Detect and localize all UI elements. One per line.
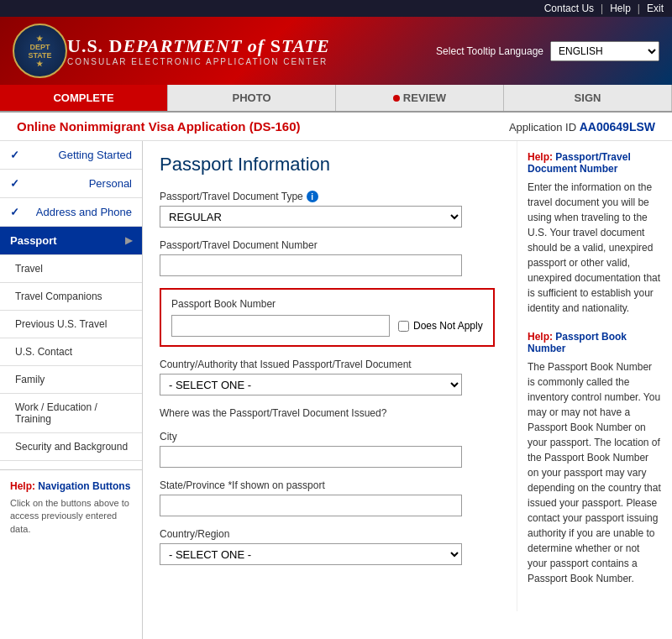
tab-photo[interactable]: PHOTO bbox=[168, 85, 336, 111]
issued-where-group: Where was the Passport/Travel Document I… bbox=[160, 407, 500, 419]
doc-number-group: Passport/Travel Document Number bbox=[160, 239, 500, 276]
review-dot bbox=[393, 95, 400, 102]
does-not-apply-checkbox[interactable] bbox=[398, 321, 409, 332]
top-bar: Contact Us | Help | Exit bbox=[0, 0, 672, 17]
state-group: State/Province *If shown on passport bbox=[160, 479, 500, 516]
sidebar-item-getting-started[interactable]: Getting Started bbox=[0, 141, 142, 170]
app-title: Online Nonimmigrant Visa Application (DS… bbox=[17, 119, 301, 134]
sidebar-item-passport[interactable]: Passport ▶ bbox=[0, 227, 142, 255]
country-select[interactable]: - SELECT ONE - bbox=[160, 543, 462, 565]
tooltip-language-select[interactable]: ENGLISH SPANISH FRENCH bbox=[550, 41, 659, 61]
city-input[interactable] bbox=[160, 446, 462, 468]
sidebar-help-title: Help: Navigation Buttons bbox=[10, 480, 132, 492]
doc-type-info-icon[interactable]: i bbox=[307, 191, 318, 202]
issuing-country-label: Country/Authority that Issued Passport/T… bbox=[160, 359, 500, 370]
does-not-apply-row: Does Not Apply bbox=[398, 320, 483, 332]
contact-us-link[interactable]: Contact Us bbox=[544, 3, 594, 14]
header-title: U.S. DEPARTMENT of STATE CONSULAR ELECTR… bbox=[67, 35, 436, 66]
issuing-country-select[interactable]: - SELECT ONE - bbox=[160, 374, 462, 395]
doc-number-label: Passport/Travel Document Number bbox=[160, 239, 500, 251]
help-section-2-title: Help: Passport Book Number bbox=[528, 331, 662, 354]
main-layout: Getting Started Personal Address and Pho… bbox=[0, 141, 672, 639]
nav-tabs: COMPLETE PHOTO REVIEW SIGN bbox=[0, 85, 672, 113]
country-group: Country/Region - SELECT ONE - bbox=[160, 528, 500, 565]
form-section: Passport Information Passport/Travel Doc… bbox=[143, 141, 517, 611]
page-heading: Passport Information bbox=[160, 154, 500, 175]
help-section-2-text: The Passport Book Number is commonly cal… bbox=[528, 359, 662, 586]
help-panel: Help: Passport/Travel Document Number En… bbox=[517, 141, 672, 611]
help-section-1-text: Enter the information on the travel docu… bbox=[528, 180, 662, 316]
issuing-country-group: Country/Authority that Issued Passport/T… bbox=[160, 359, 500, 395]
tab-complete[interactable]: COMPLETE bbox=[0, 85, 168, 111]
sep1: | bbox=[601, 3, 603, 14]
sep2: | bbox=[638, 3, 640, 14]
book-number-row: Does Not Apply bbox=[171, 315, 483, 337]
passport-arrow-icon: ▶ bbox=[125, 235, 132, 246]
doc-type-label: Passport/Travel Document Type i bbox=[160, 191, 500, 202]
help-link[interactable]: Help bbox=[610, 3, 631, 14]
tab-review[interactable]: REVIEW bbox=[336, 85, 504, 111]
header: ★DEPTSTATE★ U.S. DEPARTMENT of STATE CON… bbox=[0, 17, 672, 85]
sidebar-item-travel-companions[interactable]: Travel Companions bbox=[0, 283, 142, 311]
sidebar-item-travel[interactable]: Travel bbox=[0, 255, 142, 283]
help-section-1: Help: Passport/Travel Document Number En… bbox=[528, 151, 662, 316]
book-number-input[interactable] bbox=[171, 315, 390, 337]
sidebar-item-work-education[interactable]: Work / Education / Training bbox=[0, 394, 142, 433]
does-not-apply-label: Does Not Apply bbox=[413, 320, 483, 332]
content-inner: Passport Information Passport/Travel Doc… bbox=[143, 141, 672, 611]
issued-where-label: Where was the Passport/Travel Document I… bbox=[160, 407, 500, 419]
logo: ★DEPTSTATE★ bbox=[13, 24, 67, 78]
sidebar-item-security-background[interactable]: Security and Background bbox=[0, 433, 142, 461]
passport-book-box: Passport Book Number Does Not Apply bbox=[160, 288, 495, 347]
exit-link[interactable]: Exit bbox=[647, 3, 664, 14]
sidebar-help-text: Click on the buttons above to access pre… bbox=[10, 497, 132, 536]
doc-type-group: Passport/Travel Document Type i REGULAR … bbox=[160, 191, 500, 228]
country-label: Country/Region bbox=[160, 528, 500, 540]
sidebar-item-previous-us-travel[interactable]: Previous U.S. Travel bbox=[0, 311, 142, 338]
sidebar-item-address-phone[interactable]: Address and Phone bbox=[0, 198, 142, 227]
content-area: Passport Information Passport/Travel Doc… bbox=[143, 141, 672, 639]
sidebar: Getting Started Personal Address and Pho… bbox=[0, 141, 143, 639]
sidebar-help: Help: Navigation Buttons Click on the bu… bbox=[0, 469, 142, 546]
header-right: Select Tooltip Language ENGLISH SPANISH … bbox=[436, 41, 659, 61]
app-id-bar: Online Nonimmigrant Visa Application (DS… bbox=[0, 113, 672, 141]
tab-sign[interactable]: SIGN bbox=[504, 85, 672, 111]
state-input[interactable] bbox=[160, 495, 462, 516]
state-label: State/Province *If shown on passport bbox=[160, 479, 500, 491]
sidebar-item-family[interactable]: Family bbox=[0, 366, 142, 394]
city-group: City bbox=[160, 431, 500, 468]
sidebar-item-us-contact[interactable]: U.S. Contact bbox=[0, 338, 142, 366]
sidebar-item-personal[interactable]: Personal bbox=[0, 170, 142, 198]
doc-type-select[interactable]: REGULAR OFFICIAL DIPLOMATIC bbox=[160, 206, 462, 228]
app-id: Application ID AA00649LSW bbox=[509, 120, 655, 134]
city-label: City bbox=[160, 431, 500, 443]
help-section-2: Help: Passport Book Number The Passport … bbox=[528, 331, 662, 586]
help-section-1-title: Help: Passport/Travel Document Number bbox=[528, 151, 662, 175]
tooltip-label: Select Tooltip Language bbox=[436, 45, 543, 57]
book-number-label: Passport Book Number bbox=[171, 298, 483, 310]
doc-number-input[interactable] bbox=[160, 254, 462, 276]
dept-subtitle: CONSULAR ELECTRONIC APPLICATION CENTER bbox=[67, 57, 436, 66]
